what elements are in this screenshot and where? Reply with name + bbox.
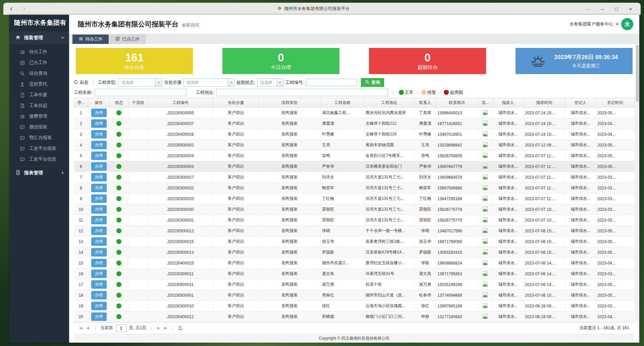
last-page-icon[interactable] [163, 326, 167, 330]
sidebar-item-comprehensive-query[interactable]: 综合查询 [9, 68, 69, 79]
sidebar-item-ehuiban-install[interactable]: 鄂汇办报装 [9, 132, 69, 143]
next-page-icon[interactable] [157, 326, 161, 330]
flowchart-icon[interactable] [483, 240, 488, 245]
table-row[interactable]: 13办理J20230500015客户回访居民报装徐玉华吴家老湾村三组2栋...徐… [74, 236, 635, 247]
vertical-scrollbar[interactable] [635, 44, 639, 322]
table-row[interactable]: 5办理J20230500004客户回访居民报装雷鸣金香韵小区7号楼车...雷鸣1… [74, 151, 635, 161]
handle-button[interactable]: 办理 [91, 270, 107, 278]
handle-button[interactable]: 办理 [91, 280, 107, 289]
handle-button[interactable]: 办理 [91, 152, 107, 160]
search-button[interactable]: 查询 [361, 78, 384, 87]
card-overdue[interactable]: 0 超期待办 [369, 48, 486, 74]
sidebar-item-gonggai-info[interactable]: 工改平台信息 [9, 154, 69, 165]
current-step-select[interactable]: 请选择 [183, 78, 234, 86]
flowchart-icon[interactable] [483, 294, 488, 298]
handle-button[interactable]: 办理 [91, 248, 107, 256]
flowchart-icon[interactable] [483, 208, 488, 213]
table-row[interactable]: 2办理J20230400037客户回访居民报装潘显漠文峰塔十四组212潘显漠18… [74, 118, 635, 129]
flowchart-icon[interactable] [483, 176, 488, 180]
maximize-icon[interactable]: □ [612, 6, 621, 12]
handle-button[interactable]: 办理 [91, 119, 107, 128]
sidebar-item-workorder-void[interactable]: 工单作废 [9, 90, 69, 100]
flowchart-icon[interactable] [483, 219, 488, 223]
flowchart-icon[interactable] [483, 283, 488, 288]
more-options-icon[interactable]: ··· [584, 6, 593, 12]
table-row[interactable]: 4办理J20230500002客户回访居民报装王杰蒋岗丰农物流园王杰133298… [74, 140, 635, 151]
sidebar-item-gonggai-install[interactable]: 工改平台报装 [9, 143, 69, 154]
handle-button[interactable]: 办理 [91, 291, 107, 299]
table-row[interactable]: 8办理J20230300032客户回访居民报装鲍亚军沿河大道131号三七...鲍… [74, 183, 635, 193]
table-row[interactable]: 12办理J20230500012客户回访居民报装张晴千千水岸一期一号楼...张晴… [74, 226, 635, 236]
flowchart-icon[interactable] [483, 111, 488, 116]
handle-button[interactable]: 办理 [91, 205, 107, 214]
flowchart-icon[interactable] [483, 133, 488, 137]
flowchart-icon[interactable] [483, 197, 488, 202]
project-type-select[interactable]: 请选择 [118, 78, 162, 86]
handle-button[interactable]: 办理 [91, 302, 107, 310]
sidebar-item-done-work[interactable]: 已办工作 [9, 57, 69, 68]
project-addr-input[interactable] [216, 89, 388, 96]
sidebar-item-payment-mgmt[interactable]: 缴费管理 [9, 111, 69, 122]
overdue-status-select[interactable]: 请选择 [257, 78, 283, 86]
table-row[interactable]: 18办理J20230500001客户回访居民报装周春红随州市烈山大道（原...杜… [74, 290, 635, 301]
handle-button[interactable]: 办理 [91, 227, 107, 235]
back-button[interactable] [8, 5, 15, 12]
scrollbar-thumb[interactable] [636, 45, 639, 102]
first-page-icon[interactable] [79, 326, 83, 330]
flowchart-icon[interactable] [483, 165, 488, 170]
flowchart-icon[interactable] [483, 143, 488, 148]
avatar[interactable]: 水 [621, 18, 633, 30]
table-row[interactable]: 10办理J20230300030客户回访居民报装梁朝臣沿河大道131号三七...… [74, 204, 635, 215]
flowchart-icon[interactable] [483, 315, 488, 320]
sidebar-section-report-mgmt[interactable]: 报表管理 [9, 166, 69, 180]
reload-icon[interactable] [178, 326, 183, 331]
table-row[interactable]: 3办理J20230400026客户回访居民报装叶秀健文峰塔十四组219叶秀健13… [74, 129, 635, 140]
table-row[interactable]: 15办理J20230400015客户回访居民报装随州市昌盛工...寨湾社区五组自… [74, 258, 635, 269]
refresh-button[interactable]: 刷新 [74, 79, 89, 85]
table-row[interactable]: 16办理J20230300011客户回访居民报装龚文凤冷家湾五组31号龚文凤13… [74, 269, 635, 279]
handle-button[interactable]: 办理 [91, 141, 107, 149]
prev-page-icon[interactable] [86, 326, 90, 330]
tab-done-work[interactable]: 已办工作 [109, 35, 146, 44]
table-row[interactable]: 20办理J20230400012客户回访居民报装郑晓霜顺德门小区门口三间...申… [74, 311, 635, 322]
flowchart-icon[interactable] [483, 186, 488, 191]
table-row[interactable]: 9办理J20230300033客户回访居民报装丁红梅沿河大道131号三七...丁… [74, 193, 635, 204]
flowchart-icon[interactable] [483, 272, 488, 277]
handle-button[interactable]: 办理 [91, 162, 107, 171]
handle-button[interactable]: 办理 [91, 173, 107, 181]
flowchart-icon[interactable] [483, 122, 488, 127]
handle-button[interactable]: 办理 [91, 237, 107, 246]
table-row[interactable]: 6办理J20230500003客户回访居民报装严春华汉东楼居委会阳合门严春华13… [74, 161, 635, 172]
table-row[interactable]: 7办理J20230300027客户回访居民报装刘洪文沿河大道131号三七...刘… [74, 172, 635, 183]
table-row[interactable]: 1办理J20230500005客户回访居民报装湖北南鑫工程...两水沟社区内两水… [74, 108, 635, 118]
page-number-input[interactable] [116, 325, 126, 332]
table-row[interactable]: 14办理J20230500013客户回访居民报装罗国新汉东星都A78号楼14..… [74, 247, 635, 258]
tab-todo-work[interactable]: 待办工作 [72, 35, 109, 44]
card-today-handled[interactable]: 0 今日办理 [222, 48, 339, 74]
handle-button[interactable]: 办理 [91, 216, 107, 224]
project-name-input[interactable] [95, 89, 186, 96]
sidebar-item-workorder-suspend[interactable]: 工单挂起 [9, 100, 69, 111]
project-code-input[interactable] [306, 79, 357, 86]
flowchart-icon[interactable] [483, 251, 488, 255]
table-row[interactable]: 11办理J20230300031客户回访居民报装梁朝臣沿河大道131号三七...… [74, 215, 635, 226]
close-icon[interactable]: × [626, 6, 635, 12]
handle-button[interactable]: 办理 [91, 109, 107, 117]
handle-button[interactable]: 办理 [91, 184, 107, 192]
flowchart-icon[interactable] [483, 262, 488, 266]
user-menu[interactable]: 水务集团客户服务中心 水 [570, 18, 633, 30]
handle-button[interactable]: 办理 [91, 194, 107, 203]
forward-button[interactable] [21, 5, 28, 12]
table-row[interactable]: 17办理J20230500011客户回访居民报装谢万勇前进十组谢万勇130351… [74, 279, 635, 290]
card-todo-tasks[interactable]: 161 待办任务 [76, 48, 193, 74]
handle-button[interactable]: 办理 [91, 259, 107, 267]
handle-button[interactable]: 办理 [91, 130, 107, 138]
sidebar-item-todo-work[interactable]: 待办工作 [9, 47, 69, 57]
handle-button[interactable]: 办理 [91, 312, 107, 321]
sidebar-section-install-mgmt[interactable]: 报装管理 [9, 31, 69, 45]
sidebar-item-process-delegation[interactable]: 流程委托 [9, 79, 69, 90]
flowchart-icon[interactable] [483, 304, 488, 309]
table-row[interactable]: 19办理J20230300010客户回访居民报装徐红云海天地小区玫瑰园...徐红… [74, 301, 635, 311]
sidebar-item-wechat-install[interactable]: 微信报装 [9, 122, 69, 132]
minimize-icon[interactable]: – [598, 6, 607, 12]
